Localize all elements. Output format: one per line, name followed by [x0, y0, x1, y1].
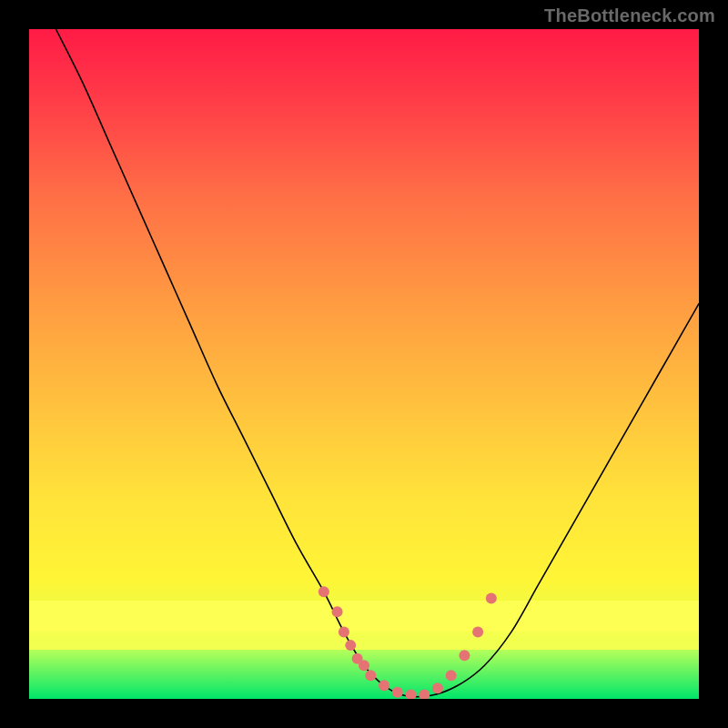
- curve-marker: [365, 670, 376, 681]
- curve-marker: [332, 606, 343, 617]
- curve-marker: [419, 690, 430, 699]
- watermark-label: TheBottleneck.com: [544, 5, 715, 26]
- chart-area: [29, 29, 699, 699]
- curve-marker: [318, 586, 329, 597]
- curve-marker: [339, 626, 349, 637]
- curve-marker: [379, 680, 389, 691]
- curve-marker: [459, 650, 470, 661]
- curve-marker: [406, 690, 417, 699]
- curve-marker: [486, 593, 497, 604]
- curve-marker: [432, 682, 443, 693]
- curve-marker: [392, 687, 403, 698]
- curve-marker: [345, 640, 356, 651]
- chart-overlay-svg: [29, 29, 699, 699]
- curve-marker: [359, 660, 369, 671]
- curve-marker: [472, 626, 483, 637]
- curve-markers: [318, 586, 497, 699]
- bottleneck-curve: [56, 29, 699, 697]
- curve-marker: [446, 670, 457, 681]
